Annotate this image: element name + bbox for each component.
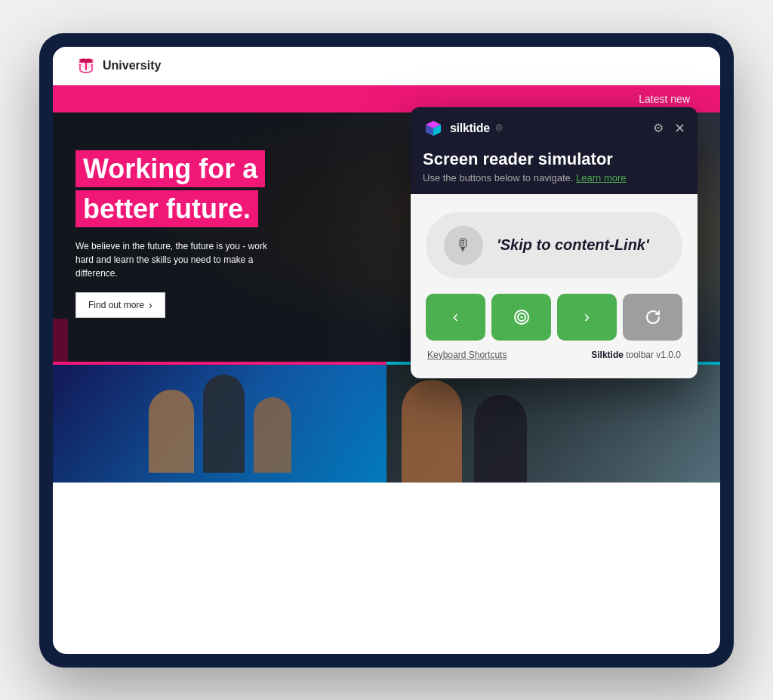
link-announcement-text: 'Skip to content-Link' bbox=[497, 236, 649, 254]
navigation-buttons: ‹ › bbox=[426, 294, 682, 341]
card-1-people bbox=[134, 362, 306, 483]
person-2 bbox=[203, 375, 245, 473]
bottom-section bbox=[53, 362, 720, 483]
silktide-logo-area: silktide® bbox=[423, 118, 503, 139]
bottom-card-1 bbox=[53, 362, 386, 483]
target-icon bbox=[513, 308, 531, 326]
silktide-panel: silktide® ⚙ ✕ Screen reader simulator Us… bbox=[411, 107, 698, 378]
learn-more-link[interactable]: Learn more bbox=[576, 172, 626, 183]
person-4 bbox=[402, 380, 462, 483]
university-logo: University bbox=[75, 57, 161, 74]
university-header: University bbox=[53, 47, 720, 85]
silktide-logo-icon bbox=[423, 118, 444, 139]
version-number: toolbar v1.0.0 bbox=[626, 350, 681, 360]
subtitle-text: Use the buttons below to navigate. bbox=[423, 172, 573, 183]
person-1 bbox=[149, 390, 194, 473]
previous-button[interactable]: ‹ bbox=[426, 294, 485, 341]
silktide-brand-name: silktide bbox=[450, 122, 490, 135]
replay-button[interactable] bbox=[623, 294, 682, 341]
hero-cta-button[interactable]: Find out more bbox=[75, 292, 165, 318]
svg-rect-0 bbox=[85, 63, 87, 70]
hero-title-line1: Working for a bbox=[75, 150, 265, 187]
close-button[interactable]: ✕ bbox=[674, 120, 685, 137]
screen-reader-display: 🎙 'Skip to content-Link' bbox=[426, 212, 682, 279]
hero-title-line2: better future. bbox=[75, 190, 258, 227]
hero-content: Working for a better future. We believe … bbox=[75, 150, 272, 319]
silktide-panel-subtitle: Use the buttons below to navigate. Learn… bbox=[423, 172, 685, 183]
target-button[interactable] bbox=[491, 294, 551, 341]
silktide-title-section: Screen reader simulator Use the buttons … bbox=[411, 146, 698, 194]
outer-frame: University Latest new Working for a bett… bbox=[39, 33, 734, 668]
person-5 bbox=[474, 395, 527, 483]
card-2-people bbox=[386, 365, 720, 483]
microphone-icon: 🎙 bbox=[455, 236, 472, 255]
next-button[interactable]: › bbox=[557, 294, 617, 341]
version-info: Silktide toolbar v1.0.0 bbox=[591, 350, 681, 360]
silktide-panel-title: Screen reader simulator bbox=[423, 150, 685, 169]
nav-bar-text: Latest new bbox=[639, 93, 690, 105]
silktide-header: silktide® ⚙ ✕ bbox=[411, 107, 698, 146]
bottom-card-2 bbox=[386, 362, 720, 483]
browser-window: University Latest new Working for a bett… bbox=[53, 47, 720, 654]
person-3 bbox=[254, 397, 291, 473]
university-name: University bbox=[103, 59, 161, 72]
silktide-footer: Keyboard Shortcuts Silktide toolbar v1.0… bbox=[426, 350, 682, 360]
svg-point-7 bbox=[520, 316, 522, 318]
version-brand: Silktide bbox=[591, 350, 624, 360]
keyboard-shortcuts-link[interactable]: Keyboard Shortcuts bbox=[427, 350, 507, 360]
replay-icon bbox=[644, 308, 662, 326]
card-1-overlay bbox=[53, 365, 386, 483]
hero-subtitle: We believe in the future, the future is … bbox=[75, 239, 272, 280]
silktide-header-actions: ⚙ ✕ bbox=[653, 120, 685, 137]
microphone-button[interactable]: 🎙 bbox=[444, 226, 483, 265]
silktide-brand-mark: ® bbox=[496, 123, 503, 134]
settings-button[interactable]: ⚙ bbox=[653, 121, 664, 135]
university-logo-icon bbox=[75, 57, 97, 74]
silktide-content: 🎙 'Skip to content-Link' ‹ › bbox=[411, 194, 698, 378]
